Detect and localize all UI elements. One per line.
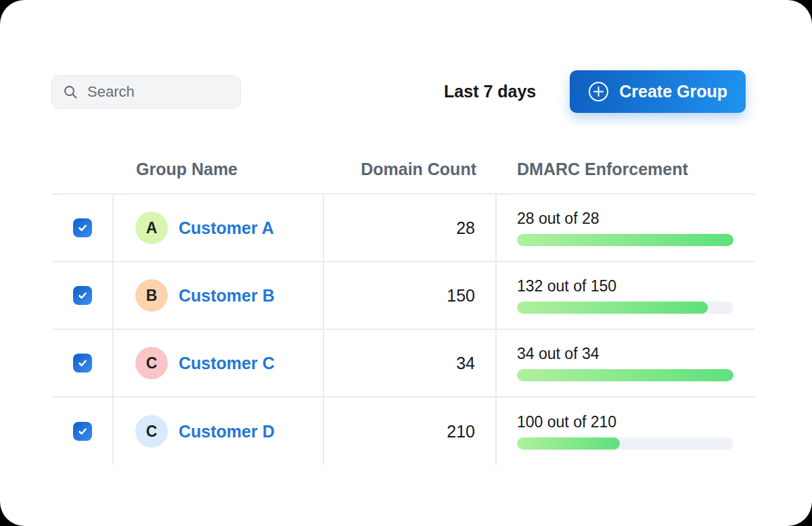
row-checkbox[interactable] — [73, 218, 92, 237]
date-range-label: Last 7 days — [444, 82, 536, 101]
avatar-letter: C — [146, 354, 158, 373]
domain-count-value: 150 — [447, 286, 475, 306]
customer-link[interactable]: Customer D — [179, 422, 275, 441]
domain-count-value: 28 — [456, 218, 475, 238]
table-row: A Customer A 28 28 out of 28 — [53, 195, 754, 262]
customer-link[interactable]: Customer C — [179, 354, 275, 373]
app-card: Last 7 days Create Group Group Name Doma… — [0, 0, 812, 526]
enforcement-progress-fill — [517, 234, 734, 246]
table-row: C Customer C 34 34 out of 34 — [53, 330, 754, 398]
row-checkbox[interactable] — [73, 286, 92, 305]
enforcement-label: 100 out of 210 — [517, 413, 734, 431]
domain-count-value: 34 — [456, 354, 475, 373]
dmarc-cell: 28 out of 28 — [517, 210, 734, 246]
avatar: A — [135, 212, 168, 244]
avatar: B — [135, 279, 168, 312]
header-dmarc-enforcement: DMARC Enforcement — [497, 145, 754, 193]
toolbar-right: Last 7 days Create Group — [444, 70, 746, 113]
row-checkbox[interactable] — [73, 422, 92, 441]
groups-table: Group Name Domain Count DMARC Enforcemen… — [53, 145, 754, 465]
enforcement-progress-fill — [517, 302, 708, 314]
enforcement-progress-fill — [517, 437, 620, 450]
check-icon — [77, 290, 88, 301]
customer-link[interactable]: Customer B — [179, 286, 275, 306]
table-header-row: Group Name Domain Count DMARC Enforcemen… — [53, 145, 754, 195]
enforcement-progress-track — [517, 437, 734, 450]
check-icon — [77, 358, 88, 368]
enforcement-label: 132 out of 150 — [517, 277, 734, 295]
avatar: C — [135, 347, 168, 379]
enforcement-label: 28 out of 28 — [517, 210, 734, 228]
avatar: C — [135, 415, 168, 448]
enforcement-progress-track — [517, 369, 734, 381]
dmarc-cell: 100 out of 210 — [517, 413, 734, 450]
dmarc-cell: 132 out of 150 — [517, 277, 734, 314]
customer-link[interactable]: Customer A — [179, 218, 274, 238]
enforcement-progress-track — [517, 302, 734, 314]
avatar-letter: B — [146, 287, 158, 305]
header-domain-count: Domain Count — [324, 145, 497, 193]
search-box[interactable] — [51, 75, 241, 109]
toolbar: Last 7 days Create Group — [51, 70, 746, 113]
avatar-letter: C — [146, 423, 158, 441]
search-icon — [63, 85, 78, 99]
avatar-letter: A — [146, 219, 158, 237]
enforcement-progress-fill — [517, 369, 734, 381]
dmarc-cell: 34 out of 34 — [517, 345, 734, 381]
row-checkbox[interactable] — [73, 354, 92, 373]
check-icon — [77, 222, 88, 233]
domain-count-value: 210 — [447, 422, 475, 441]
check-icon — [77, 426, 88, 437]
create-group-label: Create Group — [619, 82, 727, 101]
search-input[interactable] — [87, 83, 229, 101]
table-body: A Customer A 28 28 out of 28 — [53, 195, 754, 465]
table-row: C Customer D 210 100 out of 210 — [53, 398, 754, 465]
header-group-name: Group Name — [114, 145, 324, 193]
table-row: B Customer B 150 132 out of 150 — [53, 262, 754, 330]
create-group-button[interactable]: Create Group — [570, 70, 746, 113]
enforcement-progress-track — [517, 234, 734, 246]
enforcement-label: 34 out of 34 — [517, 345, 734, 363]
header-checkbox-column — [53, 145, 114, 193]
plus-circle-icon — [588, 81, 609, 102]
